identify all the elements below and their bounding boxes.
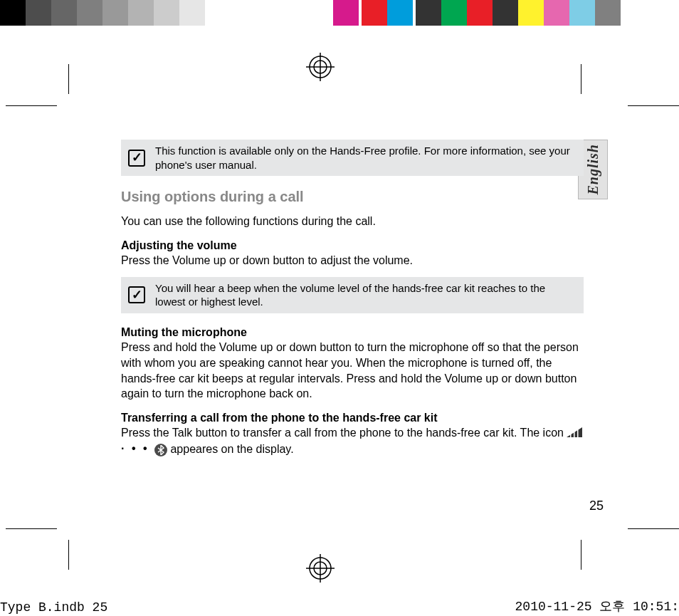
subsection-heading: Transferring a call from the phone to th…: [121, 412, 438, 424]
subsection-heading: Adjusting the volume: [121, 239, 237, 251]
signal-icon: [567, 426, 582, 442]
connection-dots-icon: · • •: [121, 442, 154, 454]
language-label: English: [585, 144, 601, 194]
page-content: ✓ This function is available only on the…: [121, 140, 584, 466]
subsection-body: Press the Volume up or down button to ad…: [121, 254, 413, 266]
info-note: ✓ This function is available only on the…: [121, 140, 584, 176]
note-text: You will hear a beep when the volume lev…: [155, 282, 545, 308]
page-number: 25: [589, 498, 604, 513]
svg-rect-11: [577, 428, 579, 437]
subsection-body: Press and hold the Volume up or down but…: [121, 341, 579, 400]
info-note: ✓ You will hear a beep when the volume l…: [121, 277, 584, 313]
color-calibration-bar: [0, 0, 679, 26]
footer-filename: Type B.indb 25: [0, 600, 107, 615]
crop-mark-icon: [579, 527, 643, 570]
registration-mark-icon: [306, 554, 335, 583]
note-text: This function is available only on the H…: [155, 145, 570, 171]
crop-mark-icon: [579, 64, 643, 107]
subsection-volume: Adjusting the volume Press the Volume up…: [121, 238, 584, 268]
svg-rect-9: [570, 432, 572, 437]
subsection-body-a: Press the Talk button to transfer a call…: [121, 427, 567, 439]
subsection-transfer: Transferring a call from the phone to th…: [121, 410, 584, 458]
subsection-body-b: appeares on the display.: [170, 443, 293, 455]
crop-mark-icon: [6, 527, 70, 570]
registration-mark-icon: [306, 53, 335, 81]
checkmark-icon: ✓: [128, 286, 145, 303]
subsection-mute: Muting the microphone Press and hold the…: [121, 325, 584, 402]
intro-text: You can use the following functions duri…: [121, 214, 584, 229]
svg-rect-10: [574, 429, 575, 437]
footer-timestamp: 2010-11-25 오후 10:51:: [515, 597, 679, 615]
subsection-heading: Muting the microphone: [121, 326, 247, 338]
section-heading: Using options during a call: [121, 187, 584, 207]
checkmark-icon: ✓: [128, 150, 145, 167]
crop-mark-icon: [6, 64, 70, 107]
bluetooth-icon: [154, 444, 167, 456]
